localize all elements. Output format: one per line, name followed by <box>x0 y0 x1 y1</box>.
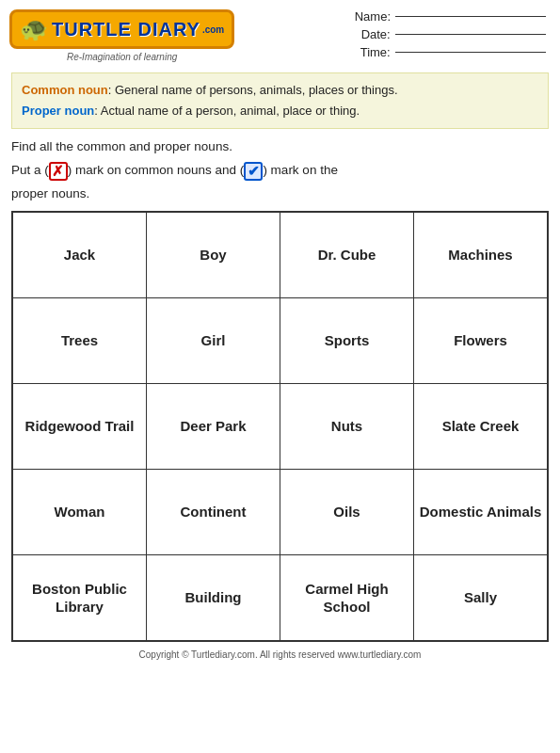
logo-text: TURTLE DIARY <box>52 19 200 40</box>
grid-cell[interactable]: Trees <box>13 298 147 383</box>
x-mark-icon: ✗ <box>49 162 68 181</box>
grid-row[interactable]: WomanContinentOilsDomestic Animals <box>13 470 547 555</box>
time-line <box>395 52 546 53</box>
inst-prefix: Put a ( <box>11 163 49 177</box>
grid-cell[interactable]: Flowers <box>414 298 547 383</box>
name-label: Name: <box>355 9 391 24</box>
logo-area: 🐢 TURTLE DIARY .com Re-Imagination of le… <box>9 9 234 62</box>
common-noun-desc: : General name of persons, animals, plac… <box>108 83 398 97</box>
date-line <box>395 34 546 35</box>
grid-cell[interactable]: Dr. Cube <box>280 213 414 297</box>
name-line <box>395 16 546 17</box>
grid-cell[interactable]: Domestic Animals <box>414 470 547 554</box>
inst-suffix: ) mark on the <box>263 163 338 177</box>
date-label: Date: <box>355 27 391 41</box>
name-fields: Name: Date: Time: <box>355 9 546 59</box>
time-label: Time: <box>355 45 391 59</box>
instruction-line1: Find all the common and proper nouns. <box>11 136 549 158</box>
turtle-icon: 🐢 <box>20 16 48 42</box>
grid-cell[interactable]: Girl <box>147 298 280 383</box>
grid-row[interactable]: Ridgewood TrailDeer ParkNutsSlate Creek <box>13 384 547 470</box>
grid-cell[interactable]: Sports <box>280 298 414 383</box>
common-noun-label: Common noun <box>22 83 108 97</box>
proper-noun-label: Proper noun <box>22 104 94 118</box>
grid-cell[interactable]: Continent <box>147 470 280 554</box>
footer: Copyright © Turtlediary.com. All rights … <box>0 649 560 660</box>
info-box: Common noun: General name of persons, an… <box>11 72 549 129</box>
grid-cell[interactable]: Nuts <box>280 384 414 469</box>
check-mark-icon: ✔ <box>244 162 263 181</box>
grid-cell[interactable]: Boy <box>147 213 280 297</box>
grid-cell[interactable]: Boston Public Library <box>13 555 147 640</box>
grid-cell[interactable]: Machines <box>414 213 547 297</box>
grid-cell[interactable]: Jack <box>13 213 147 297</box>
instruction-line3: proper nouns. <box>11 184 549 205</box>
grid-cell[interactable]: Woman <box>13 470 147 554</box>
grid-row[interactable]: Boston Public LibraryBuildingCarmel High… <box>13 555 547 640</box>
logo-com: .com <box>202 24 224 35</box>
header: 🐢 TURTLE DIARY .com Re-Imagination of le… <box>0 0 560 67</box>
grid-cell[interactable]: Building <box>147 555 280 640</box>
instruction-line2: Put a (✗) mark on common nouns and (✔) m… <box>11 160 549 182</box>
noun-grid: JackBoyDr. CubeMachinesTreesGirlSportsFl… <box>11 211 549 642</box>
grid-cell[interactable]: Deer Park <box>147 384 280 469</box>
tagline: Re-Imagination of learning <box>67 52 177 62</box>
grid-cell[interactable]: Oils <box>280 470 414 554</box>
grid-cell[interactable]: Slate Creek <box>414 384 547 469</box>
instructions: Find all the common and proper nouns. Pu… <box>11 136 549 205</box>
grid-cell[interactable]: Carmel High School <box>280 555 414 640</box>
grid-row[interactable]: JackBoyDr. CubeMachines <box>13 213 547 298</box>
grid-cell[interactable]: Ridgewood Trail <box>13 384 147 469</box>
footer-text: Copyright © Turtlediary.com. All rights … <box>139 649 422 660</box>
grid-row[interactable]: TreesGirlSportsFlowers <box>13 298 547 384</box>
inst-mid: ) mark on common nouns and ( <box>68 163 245 177</box>
logo-box: 🐢 TURTLE DIARY .com <box>9 9 234 49</box>
grid-cell[interactable]: Sally <box>414 555 547 640</box>
proper-noun-desc: : Actual name of a person, animal, place… <box>94 104 360 118</box>
